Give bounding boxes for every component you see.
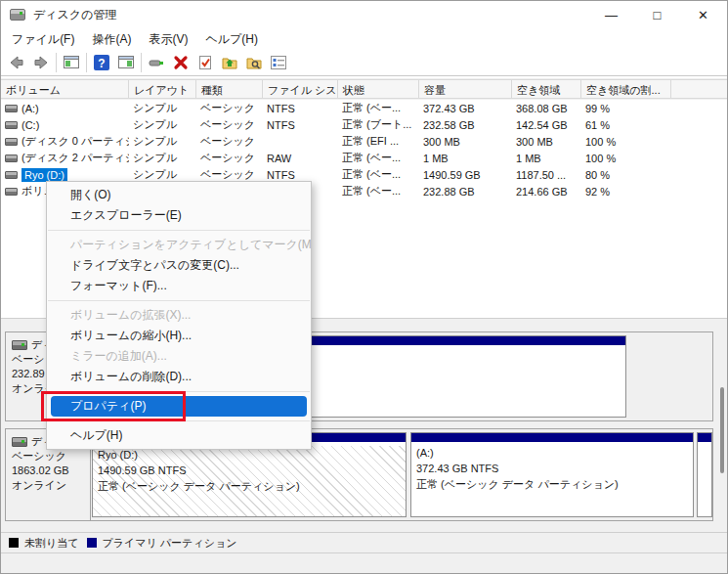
volume-icon xyxy=(5,105,18,112)
column-header-free-space[interactable]: 空き領域 xyxy=(512,80,581,98)
menu-item-explorer[interactable]: エクスプローラー(E) xyxy=(47,205,311,226)
volume-icon xyxy=(5,188,18,196)
volume-icon xyxy=(5,171,18,179)
back-arrow-icon[interactable] xyxy=(7,53,26,72)
partition-ryo-d-text: Ryo (D:) 1490.59 GB NTFS 正常 (ベーシック データ パ… xyxy=(93,446,406,516)
show-action-pane-icon[interactable] xyxy=(116,53,136,72)
primary-partition-strip xyxy=(411,433,693,444)
toolbar-separator xyxy=(141,53,142,72)
disk2-status: オンライン xyxy=(12,478,90,493)
column-header-empty xyxy=(671,80,728,98)
disk-management-app-icon xyxy=(10,9,25,21)
column-header-status[interactable]: 状態 xyxy=(338,80,419,98)
check-document-icon[interactable] xyxy=(195,53,215,72)
table-row-volume-c[interactable]: (C:) シンプル ベーシック NTFS 正常 (ブート... 232.58 G… xyxy=(1,116,728,133)
column-header-layout[interactable]: レイアウト xyxy=(129,80,196,98)
menu-item-delete-volume[interactable]: ボリュームの削除(D)... xyxy=(47,367,311,387)
show-console-tree-icon[interactable] xyxy=(62,53,81,72)
open-folder-icon[interactable] xyxy=(220,53,239,72)
titlebar: ディスクの管理 — □ ✕ xyxy=(1,1,727,28)
drive-icon xyxy=(12,437,27,447)
volume-icon xyxy=(5,155,18,162)
partition-a[interactable]: (A:) 372.43 GB NTFS 正常 (ベーシック データ パーティショ… xyxy=(410,432,694,517)
primary-partition-swatch xyxy=(87,538,97,548)
volume-icon xyxy=(5,138,18,146)
menu-item-shrink-volume[interactable]: ボリュームの縮小(H)... xyxy=(47,326,311,346)
vertical-scrollbar-thumb[interactable] xyxy=(720,387,724,473)
menu-item-mark-active: パーティションをアクティブとしてマーク(M) xyxy=(47,235,311,255)
window-title: ディスクの管理 xyxy=(33,7,116,23)
drive-icon xyxy=(12,340,27,350)
primary-partition-strip xyxy=(698,433,711,444)
menu-file[interactable]: ファイル(F) xyxy=(3,28,83,50)
window-controls: — □ ✕ xyxy=(588,1,726,28)
tool-icon[interactable] xyxy=(147,53,166,72)
menu-item-add-mirror: ミラーの追加(A)... xyxy=(47,346,311,367)
toolbar-separator xyxy=(86,53,87,72)
drive-led xyxy=(21,440,24,443)
volume-table-header: ボリューム レイアウト 種類 ファイル システム 状態 容量 空き領域 空き領域… xyxy=(1,79,728,99)
explore-folder-icon[interactable] xyxy=(244,53,264,72)
toolbar: ? xyxy=(1,50,727,76)
red-annotation-box xyxy=(41,391,186,421)
partition-a-text: (A:) 372.43 GB NTFS 正常 (ベーシック データ パーティショ… xyxy=(411,444,693,492)
menu-item-open[interactable]: 開く(O) xyxy=(47,185,311,205)
drive-led xyxy=(20,12,22,15)
column-header-volume[interactable]: ボリューム xyxy=(1,80,129,98)
delete-volume-icon[interactable] xyxy=(171,53,191,72)
table-row-disk2-partition[interactable]: (ディスク 2 パーティシ... シンプル ベーシック RAW 正常 (ベー..… xyxy=(1,150,728,166)
maximize-button[interactable]: □ xyxy=(634,1,680,28)
menu-view[interactable]: 表示(V) xyxy=(140,28,196,50)
window-chrome: ディスクの管理 — □ ✕ ファイル(F) 操作(A) 表示(V) ヘルプ(H)… xyxy=(1,1,727,78)
column-header-type[interactable]: 種類 xyxy=(196,80,263,98)
menu-separator xyxy=(48,300,310,301)
menu-item-format[interactable]: フォーマット(F)... xyxy=(47,276,311,296)
table-row-disk0-partition[interactable]: (ディスク 0 パーティシ... シンプル ベーシック 正常 (EFI ... … xyxy=(1,133,728,150)
menu-separator xyxy=(48,230,310,231)
primary-partition-label: プライマリ パーティション xyxy=(103,536,237,551)
help-icon[interactable]: ? xyxy=(92,53,111,72)
menu-action[interactable]: 操作(A) xyxy=(83,28,140,50)
menu-item-help[interactable]: ヘルプ(H) xyxy=(47,425,311,446)
close-button[interactable]: ✕ xyxy=(680,1,726,28)
menu-help[interactable]: ヘルプ(H) xyxy=(196,28,267,50)
disk2-capacity: 1863.02 GB xyxy=(12,464,90,478)
menu-item-extend-volume: ボリュームの拡張(X)... xyxy=(47,305,311,326)
table-row-volume-a[interactable]: (A:) シンプル ベーシック NTFS 正常 (ベー... 372.43 GB… xyxy=(1,100,728,116)
menu-item-change-drive-letter[interactable]: ドライブ文字とパスの変更(C)... xyxy=(47,255,311,276)
volume-icon xyxy=(5,121,18,129)
column-header-capacity[interactable]: 容量 xyxy=(419,80,512,98)
disk2-kind: ベーシック xyxy=(12,449,90,464)
minimize-button[interactable]: — xyxy=(588,1,634,28)
statusbar-legend: 未割り当て プライマリ パーティション xyxy=(1,532,728,553)
column-header-filesystem[interactable]: ファイル システム xyxy=(263,80,338,98)
menubar: ファイル(F) 操作(A) 表示(V) ヘルプ(H) xyxy=(3,28,267,50)
svg-text:?: ? xyxy=(98,57,105,70)
properties-list-icon[interactable] xyxy=(269,53,288,72)
drive-led xyxy=(21,343,24,346)
forward-arrow-icon[interactable] xyxy=(31,53,51,72)
unallocated-label: 未割り当て xyxy=(24,536,79,551)
toolbar-separator xyxy=(56,53,57,72)
partition-small-sliver[interactable] xyxy=(697,432,712,517)
unallocated-swatch xyxy=(9,538,19,548)
column-header-free-percent[interactable]: 空き領域の割... xyxy=(581,80,671,98)
disk-management-window: ディスクの管理 — □ ✕ ファイル(F) 操作(A) 表示(V) ヘルプ(H)… xyxy=(0,0,728,574)
